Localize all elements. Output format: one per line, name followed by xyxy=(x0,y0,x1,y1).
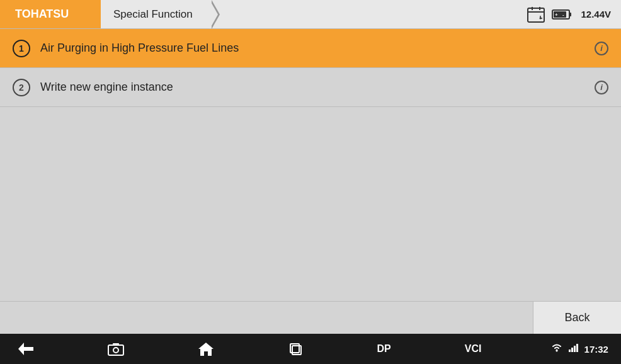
brand-label: TOHATSU xyxy=(15,8,69,21)
nav-dp-button[interactable]: DP xyxy=(372,343,396,355)
brand-logo: TOHATSU xyxy=(0,0,101,28)
dp-label: DP xyxy=(377,343,390,355)
nav-back-button[interactable] xyxy=(13,342,39,356)
schedule-icon[interactable] xyxy=(527,6,545,23)
info-icon-1[interactable]: i xyxy=(595,42,608,55)
info-icon-2[interactable]: i xyxy=(595,81,608,94)
item-number-2: 2 xyxy=(13,79,30,96)
svg-text:+: + xyxy=(555,12,558,18)
function-item-2[interactable]: 2 Write new engine instance i xyxy=(0,68,621,107)
svg-rect-8 xyxy=(569,13,571,16)
svg-rect-15 xyxy=(113,343,119,346)
bottom-nav: DP VCI 17:32 xyxy=(0,334,621,364)
bottom-action-bar: Back xyxy=(0,301,621,334)
wifi-icon xyxy=(550,343,563,355)
svg-rect-21 xyxy=(571,348,573,352)
svg-marker-16 xyxy=(198,343,214,356)
svg-rect-13 xyxy=(108,345,123,355)
svg-rect-23 xyxy=(576,344,578,352)
svg-rect-20 xyxy=(569,350,571,352)
function-list: 1 Air Purging in High Pressure Fuel Line… xyxy=(0,29,621,107)
header-icons: + - 12.44V xyxy=(527,0,621,28)
vci-label: VCI xyxy=(465,343,482,355)
nav-right-status: 17:32 xyxy=(550,343,608,355)
battery-voltage: 12.44V xyxy=(581,9,611,20)
signal-icon xyxy=(568,343,579,355)
nav-time: 17:32 xyxy=(584,344,608,355)
svg-marker-12 xyxy=(18,343,33,355)
svg-point-19 xyxy=(555,350,557,352)
back-button[interactable]: Back xyxy=(533,302,621,334)
nav-layers-button[interactable] xyxy=(283,341,308,356)
item-label-1: Air Purging in High Pressure Fuel Lines xyxy=(40,42,587,55)
item-number-1: 1 xyxy=(13,40,30,57)
svg-rect-0 xyxy=(528,8,544,22)
nav-camera-button[interactable] xyxy=(103,342,129,356)
nav-home-button[interactable] xyxy=(193,341,219,356)
nav-vci-button[interactable]: VCI xyxy=(460,343,487,355)
function-item-1[interactable]: 1 Air Purging in High Pressure Fuel Line… xyxy=(0,29,621,68)
svg-text:-: - xyxy=(562,12,564,18)
main-content: 1 Air Purging in High Pressure Fuel Line… xyxy=(0,29,621,301)
svg-point-14 xyxy=(113,348,118,353)
top-bar: TOHATSU Special Function xyxy=(0,0,621,29)
svg-rect-22 xyxy=(574,346,576,352)
page-title: Special Function xyxy=(101,0,210,28)
title-tab: Special Function xyxy=(101,0,210,28)
item-label-2: Write new engine instance xyxy=(40,81,587,94)
battery-icon: + - xyxy=(552,8,572,21)
